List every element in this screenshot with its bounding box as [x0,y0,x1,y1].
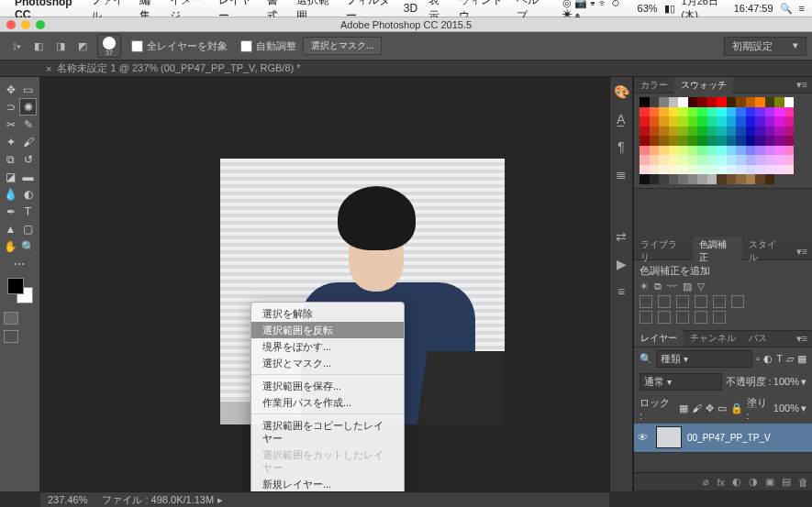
swatch[interactable] [784,127,795,137]
swatch[interactable] [707,155,717,165]
swatch[interactable] [765,174,775,184]
swatch[interactable] [774,136,784,146]
tool-preset-icon[interactable]: ⟟▾ [8,38,25,54]
swatch[interactable] [697,165,707,175]
swatch[interactable] [678,127,688,137]
swatch[interactable] [678,155,688,165]
styles-tab[interactable]: スタイル [742,237,792,266]
swatch[interactable] [717,97,727,107]
swatch[interactable] [765,146,775,156]
swatch[interactable] [727,107,737,117]
swatch[interactable] [736,146,746,156]
swatch[interactable] [736,116,746,127]
swatch[interactable] [755,136,765,146]
adj-icon[interactable] [640,311,652,324]
swatch[interactable] [669,165,679,175]
character-panel-icon[interactable]: A̲ [617,112,626,127]
swatch[interactable] [688,136,698,146]
lock-transparency-icon[interactable]: ▦ [679,402,688,414]
adjustments-tab[interactable]: 色調補正 [693,237,742,266]
layers-tab[interactable]: レイヤー [634,330,684,347]
swatch[interactable] [727,116,737,127]
context-menu-item[interactable]: 選択範囲を保存... [251,378,404,394]
lock-all-icon[interactable]: 🔒 [730,402,743,414]
menu-icon[interactable]: ≡ [799,3,805,14]
swatch[interactable] [746,146,756,156]
swatch[interactable] [688,165,698,175]
context-menu-item[interactable]: 新規レイヤー... [251,476,404,491]
swatch[interactable] [717,136,727,146]
move-tool[interactable]: ✥ [2,81,19,98]
quickmask-mode-icon[interactable] [4,330,18,343]
swatch[interactable] [707,116,717,127]
quick-selection-tool[interactable]: ✺ [19,98,37,116]
swatch[interactable] [640,97,650,107]
swatch[interactable] [640,155,650,165]
swatch[interactable] [688,97,698,107]
swatch[interactable] [755,107,765,117]
shape-tool[interactable]: ▢ [19,220,37,237]
swatch[interactable] [650,107,660,117]
swatch[interactable] [784,116,795,127]
swatch[interactable] [746,136,756,146]
add-selection-icon[interactable]: ◨ [52,38,69,54]
context-menu-item[interactable]: 作業用パスを作成... [251,394,404,411]
swatch[interactable] [688,155,698,165]
layer-name[interactable]: 00_PP47_PP_TP_V [687,433,771,443]
swatch[interactable] [707,136,717,146]
panel-menu-icon[interactable]: ▾≡ [792,246,812,258]
swatch[interactable] [678,97,688,107]
path-select-tool[interactable]: ▲ [2,220,19,237]
library-tab[interactable]: ライブラリ [634,237,693,266]
eyedropper-tool[interactable]: ✎ [19,116,37,133]
swatch[interactable] [669,146,679,156]
fx-icon[interactable]: fx [717,477,725,488]
swatch[interactable] [746,97,756,107]
swatch[interactable] [650,116,660,127]
swatch[interactable] [717,127,727,137]
history-panel-icon[interactable]: ≣ [616,167,627,182]
swatch[interactable] [707,174,717,184]
clone-tool[interactable]: ⧉ [2,150,19,168]
swatch[interactable] [784,174,795,184]
swatch[interactable] [707,165,717,175]
swatch[interactable] [717,107,727,117]
swatch[interactable] [669,116,679,127]
swatch-grid[interactable] [634,94,812,188]
zoom-window-button[interactable] [36,20,45,29]
swatch[interactable] [755,116,765,127]
visibility-icon[interactable]: 👁 [638,432,651,443]
swatch[interactable] [707,107,717,117]
spotlight-icon[interactable]: 🔍 [780,3,793,15]
swatch[interactable] [784,165,795,175]
close-tab-icon[interactable]: × [46,63,51,74]
new-layer-icon[interactable]: ▤ [782,476,791,488]
swatch[interactable] [755,174,765,184]
swatch[interactable] [688,146,698,156]
dodge-tool[interactable]: ◐ [19,185,37,203]
delete-layer-icon[interactable]: 🗑 [798,477,808,488]
swatch[interactable] [678,136,688,146]
swatch[interactable] [697,136,707,146]
swatch[interactable] [736,136,746,146]
brightness-icon[interactable]: ☀ [640,281,649,292]
levels-icon[interactable]: ⧉ [654,281,662,292]
swatch[interactable] [784,107,795,117]
auto-enhance-checkbox[interactable]: 自動調整 [240,39,296,53]
swatch[interactable] [717,146,727,156]
new-selection-icon[interactable]: ◧ [30,38,47,54]
filter-type-icon[interactable]: T [776,353,783,364]
swatch[interactable] [669,174,679,184]
swatch[interactable] [774,116,784,127]
swatch[interactable] [640,116,650,127]
vibrance-icon[interactable]: ▽ [697,281,705,292]
fg-bg-swatch[interactable] [7,278,33,303]
swatch[interactable] [774,165,784,175]
swatch[interactable] [678,165,688,175]
swatch[interactable] [659,155,669,165]
paths-tab[interactable]: パス [742,330,773,347]
brush-tool[interactable]: 🖌 [19,133,37,150]
adj-icon[interactable] [695,311,707,324]
swatch[interactable] [746,165,756,175]
swatch[interactable] [659,174,669,184]
